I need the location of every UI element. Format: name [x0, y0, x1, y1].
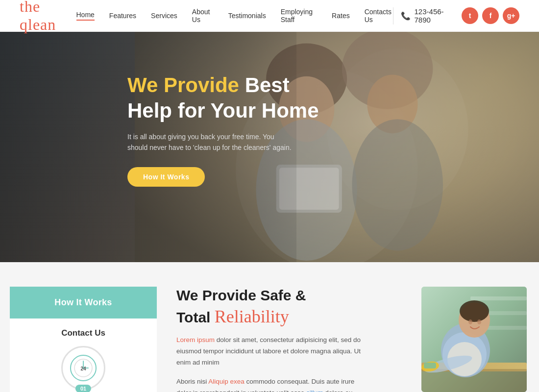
contact-us-section: Contact Us 24 [10, 318, 157, 392]
hero-title-yellow: We Provide [127, 74, 239, 97]
section-title-line2: Total Reliability [176, 306, 402, 327]
contact-us-title: Contact Us [20, 328, 147, 338]
how-it-works-button[interactable]: How It Works [127, 167, 205, 187]
section-title-line1: We Provide Safe & [176, 287, 402, 304]
header-right: 📞 123-456-7890 t f g+ [393, 7, 519, 24]
main-section: How It Works Contact Us [0, 262, 539, 392]
hero-section: We Provide Best Help for Your Home It is… [0, 32, 539, 262]
header-divider [393, 7, 393, 24]
lorem-paragraph-2: Aboris nisi Aliquip exea commodo consequ… [176, 376, 363, 392]
nav-rates[interactable]: Rates [332, 12, 350, 20]
google-button[interactable]: g+ [503, 7, 519, 24]
phone-clock-icon: 24 [70, 354, 97, 382]
phone-number: 📞 123-456-7890 [401, 7, 449, 24]
svg-point-27 [468, 319, 472, 324]
section-title-italic: Reliability [215, 307, 289, 326]
cleaner-illustration [421, 287, 527, 392]
phone-text: 123-456-7890 [415, 7, 449, 24]
cleaning-image [421, 287, 527, 392]
site-header: the qlean Home Features Services About U… [0, 0, 539, 32]
right-image-container [421, 287, 529, 392]
hero-subtitle: It is all about giving you back your fre… [127, 131, 294, 153]
twitter-button[interactable]: t [462, 7, 478, 24]
phone-circle-container: 24 01 [61, 346, 105, 390]
site-logo: the qlean [20, 0, 76, 34]
phone-circle-outer: 24 [61, 346, 105, 390]
nav-services[interactable]: Services [151, 12, 177, 20]
phone-badge: 01 [75, 385, 91, 392]
nav-testimonials[interactable]: Testimonials [228, 12, 266, 20]
nav-employing[interactable]: Employing Staff [281, 8, 317, 24]
sidebar: How It Works Contact Us [10, 282, 157, 392]
hero-title-line2: Help for Your Home [127, 99, 539, 122]
facebook-button[interactable]: f [482, 7, 499, 24]
lorem-link-1[interactable]: Aliquip exea [208, 378, 245, 385]
lorem-text-2-start: Aboris nisi [176, 378, 208, 385]
hero-content: We Provide Best Help for Your Home It is… [0, 32, 539, 187]
hero-title-line1: We Provide Best [127, 74, 539, 97]
svg-point-26 [460, 300, 489, 322]
social-icons: t f g+ [462, 7, 519, 24]
section-title-plain: Total [176, 309, 210, 325]
phone-24-text: 24 [80, 366, 86, 371]
nav-features[interactable]: Features [109, 12, 136, 20]
nav-about[interactable]: About Us [192, 8, 214, 24]
nav-home[interactable]: Home [76, 11, 95, 21]
lorem-link-2[interactable]: cillum [306, 389, 323, 392]
phone-icon: 📞 [401, 11, 411, 21]
main-inner: How It Works Contact Us [10, 282, 529, 392]
nav-contacts[interactable]: Contacts Us [365, 8, 393, 24]
center-content: We Provide Safe & Total Reliability Lore… [157, 282, 421, 392]
svg-point-28 [477, 319, 481, 324]
svg-rect-31 [424, 363, 436, 368]
sidebar-how-it-works[interactable]: How It Works [10, 287, 157, 318]
lorem-highlight-1: Lorem ipsum [176, 336, 215, 343]
svg-rect-17 [470, 296, 527, 300]
hero-title-white: Best [239, 74, 290, 97]
lorem-paragraph-1: Lorem ipsum dolor sit amet, consectetur … [176, 335, 363, 368]
main-nav: Home Features Services About Us Testimon… [76, 8, 393, 24]
